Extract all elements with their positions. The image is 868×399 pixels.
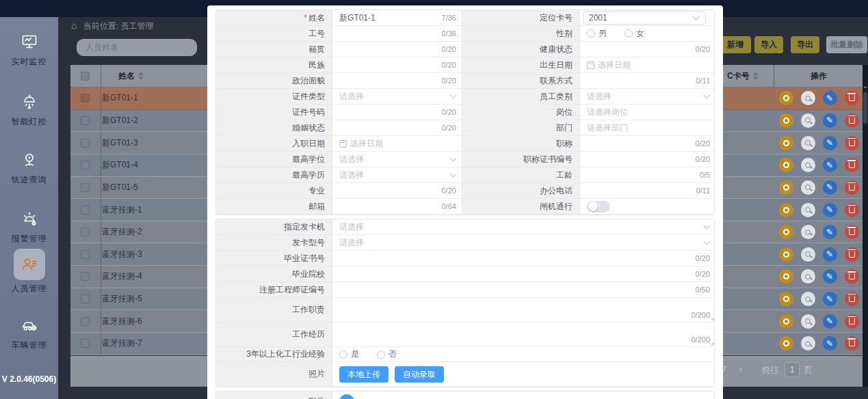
delete-button[interactable]: [845, 158, 859, 172]
row-checkbox[interactable]: [81, 272, 90, 281]
view-button[interactable]: [801, 203, 815, 217]
sort-caret-icon[interactable]: [753, 72, 759, 80]
edit-button[interactable]: ✎: [823, 113, 837, 128]
resize-handle-icon[interactable]: [709, 316, 714, 320]
diploma-number-input[interactable]: 0/20: [332, 251, 715, 266]
edit-button[interactable]: ✎: [823, 91, 837, 105]
select-all-checkbox[interactable]: [81, 72, 90, 81]
edit-button[interactable]: ✎: [823, 136, 837, 150]
name-input[interactable]: 新GT01-17/36: [332, 10, 462, 26]
issue-card-button[interactable]: [779, 91, 793, 105]
issue-card-button[interactable]: [779, 158, 793, 172]
edit-button[interactable]: ✎: [823, 314, 837, 329]
card-model-select[interactable]: 请选择: [332, 235, 715, 251]
edit-button[interactable]: ✎: [823, 247, 837, 262]
card-number-select[interactable]: 2001: [580, 10, 715, 26]
delete-button[interactable]: [845, 113, 859, 128]
view-button[interactable]: [801, 180, 815, 195]
birth-date-picker[interactable]: 选择日期: [580, 57, 715, 73]
row-checkbox[interactable]: [81, 161, 90, 169]
search-input[interactable]: 人员姓名: [77, 39, 197, 56]
email-input[interactable]: 0/64: [332, 199, 462, 215]
row-checkbox[interactable]: [81, 228, 90, 236]
sidebar-item-vehicle-manage[interactable]: 车辆管理: [0, 316, 58, 351]
issue-card-button[interactable]: [779, 113, 793, 128]
delete-button[interactable]: [845, 203, 859, 217]
delete-button[interactable]: [845, 269, 859, 284]
issue-card-button[interactable]: [779, 225, 793, 239]
view-button[interactable]: [801, 136, 815, 150]
delete-button[interactable]: [845, 314, 859, 329]
row-checkbox[interactable]: [81, 294, 90, 303]
view-button[interactable]: [801, 113, 815, 128]
engineer-cert-input[interactable]: 0/50: [332, 282, 715, 298]
gate-access-toggle[interactable]: [587, 201, 610, 212]
seniority-input[interactable]: 0/5: [580, 167, 715, 183]
sidebar-item-smart-light[interactable]: 智能灯控: [0, 92, 58, 128]
row-checkbox[interactable]: [81, 339, 90, 348]
resize-handle-icon[interactable]: [709, 340, 714, 345]
radio-yes[interactable]: 是: [339, 348, 359, 360]
scroll-up-icon[interactable]: ▲: [863, 84, 868, 90]
view-button[interactable]: [801, 269, 815, 284]
edit-button[interactable]: ✎: [823, 203, 837, 217]
delete-button[interactable]: [845, 136, 859, 150]
view-button[interactable]: [801, 336, 815, 350]
edit-button[interactable]: ✎: [823, 269, 837, 284]
issue-card-button[interactable]: [779, 136, 793, 150]
radio-female[interactable]: 女: [624, 28, 644, 40]
scrollbar-thumb[interactable]: [863, 92, 867, 124]
edit-button[interactable]: ✎: [823, 180, 837, 195]
issue-card-button[interactable]: [779, 269, 793, 284]
next-page-icon[interactable]: ›: [739, 363, 742, 374]
title-cert-input[interactable]: 0/20: [580, 152, 715, 167]
radio-male[interactable]: 男: [587, 28, 607, 40]
sidebar-item-alarm-manage[interactable]: 报警管理: [0, 209, 58, 245]
work-experience-textarea[interactable]: 0/200: [332, 322, 715, 347]
graduate-school-input[interactable]: 0/20: [332, 266, 715, 282]
issue-card-button[interactable]: [779, 314, 793, 329]
view-button[interactable]: [801, 225, 815, 239]
view-button[interactable]: [801, 158, 815, 172]
major-input[interactable]: 0/20: [332, 183, 462, 199]
employee-type-select[interactable]: 请选择: [580, 89, 715, 105]
view-button[interactable]: [801, 91, 815, 105]
office-phone-input[interactable]: 0/11: [580, 183, 715, 199]
ethnicity-input[interactable]: 0/20: [332, 57, 462, 73]
sidebar-item-personnel-manage[interactable]: 人员管理: [0, 249, 58, 294]
row-checkbox[interactable]: [81, 139, 90, 148]
delete-button[interactable]: [845, 180, 859, 195]
edit-button[interactable]: ✎: [823, 225, 837, 239]
delete-button[interactable]: [845, 225, 859, 239]
issue-card-button[interactable]: [779, 203, 793, 217]
issue-card-button[interactable]: [779, 336, 793, 350]
sidebar-item-realtime-monitor[interactable]: 实时监控: [0, 32, 58, 68]
post-select[interactable]: 请选择岗位: [580, 105, 715, 120]
degree-select[interactable]: 请选择: [332, 152, 462, 167]
title-input[interactable]: 0/20: [580, 136, 715, 152]
edit-button[interactable]: ✎: [823, 158, 837, 172]
issue-card-button[interactable]: [779, 247, 793, 262]
department-select[interactable]: 请选择部门: [580, 120, 715, 136]
employee-id-input[interactable]: 0/36: [332, 26, 462, 42]
native-place-input[interactable]: 0/20: [332, 42, 462, 57]
edit-button[interactable]: ✎: [823, 292, 837, 306]
row-checkbox[interactable]: [81, 116, 90, 125]
issue-card-button[interactable]: [779, 292, 793, 306]
view-button[interactable]: [801, 292, 815, 306]
auto-capture-button[interactable]: 自动录取: [395, 366, 444, 383]
issue-card-button[interactable]: [779, 180, 793, 195]
edit-button[interactable]: ✎: [823, 336, 837, 350]
export-button[interactable]: 导出: [791, 36, 819, 53]
marital-status-input[interactable]: 0/20: [332, 120, 462, 136]
card-issuer-select[interactable]: 请选择: [332, 219, 715, 235]
view-button[interactable]: [801, 314, 815, 329]
delete-button[interactable]: [845, 336, 859, 350]
id-number-input[interactable]: 0/20: [332, 105, 462, 120]
delete-button[interactable]: [845, 247, 859, 262]
batch-delete-button[interactable]: 批量删除: [826, 36, 867, 53]
row-checkbox[interactable]: [81, 183, 90, 192]
hire-date-picker[interactable]: 选择日期: [332, 136, 462, 152]
delete-button[interactable]: [845, 292, 859, 306]
add-button[interactable]: 新增: [720, 36, 751, 53]
